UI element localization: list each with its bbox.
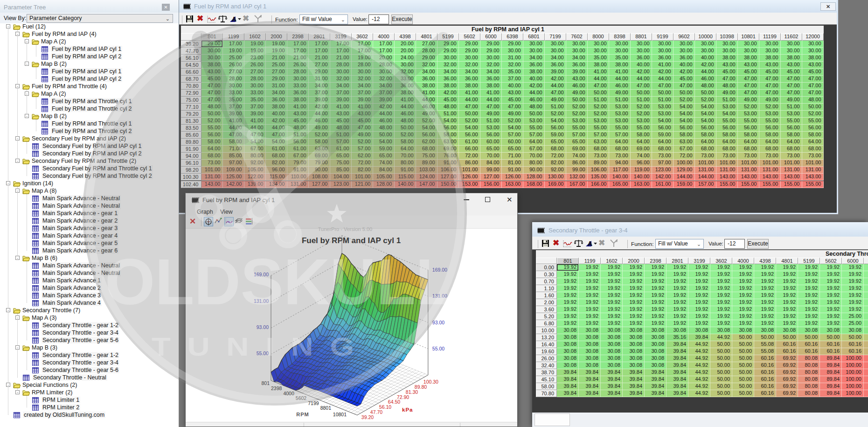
svg-text:89.80: 89.80	[415, 384, 427, 390]
svg-text:39.20: 39.20	[361, 414, 374, 420]
svg-text:2398: 2398	[271, 385, 282, 391]
svg-text:kPa: kPa	[402, 407, 413, 413]
svg-text:801: 801	[261, 380, 270, 386]
svg-text:47.70: 47.70	[370, 409, 382, 415]
svg-text:72.90: 72.90	[397, 394, 409, 400]
svg-text:TunerPro - Version 5.00: TunerPro - Version 5.00	[318, 226, 372, 232]
svg-text:93.00: 93.00	[257, 324, 269, 330]
svg-text:131.00: 131.00	[432, 293, 447, 299]
svg-text:64.50: 64.50	[388, 399, 400, 405]
svg-text:81.30: 81.30	[406, 389, 418, 395]
svg-text:169.00: 169.00	[254, 272, 269, 277]
svg-text:100.30: 100.30	[424, 379, 438, 385]
svg-text:93.00: 93.00	[432, 320, 444, 325]
svg-text:A: A	[588, 240, 592, 247]
svg-text:4000: 4000	[283, 391, 294, 396]
svg-text:Fuel by RPM and IAP cyl 1: Fuel by RPM and IAP cyl 1	[302, 236, 401, 245]
svg-text:131.00: 131.00	[254, 298, 269, 304]
svg-text:169.00: 169.00	[432, 267, 447, 273]
svg-text:5602: 5602	[296, 395, 307, 401]
svg-text:55.00: 55.00	[432, 346, 444, 351]
svg-text:10801: 10801	[333, 412, 347, 417]
svg-text:55.00: 55.00	[257, 350, 269, 356]
svg-text:7199: 7199	[308, 400, 319, 406]
svg-text:A: A	[232, 15, 236, 23]
svg-text:RPM: RPM	[296, 412, 309, 417]
svg-text:8801: 8801	[320, 405, 332, 411]
svg-text:56.10: 56.10	[379, 404, 391, 410]
